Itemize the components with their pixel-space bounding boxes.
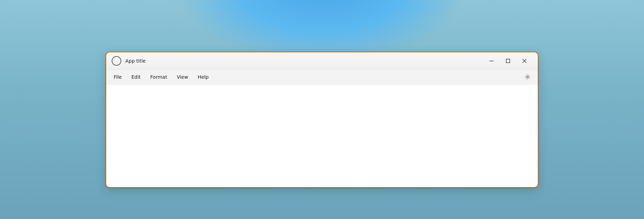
svg-rect-0 (490, 61, 494, 61)
minimize-icon (490, 59, 494, 63)
menu-item-format[interactable]: Format (146, 72, 172, 82)
window-controls (484, 55, 532, 66)
menu-item-file[interactable]: File (109, 72, 126, 82)
content-area (106, 85, 538, 187)
close-icon (522, 59, 527, 63)
menu-item-edit[interactable]: Edit (126, 72, 145, 82)
window-container: App title (106, 52, 538, 187)
minimize-button[interactable] (484, 55, 499, 66)
app-title: App title (125, 58, 484, 64)
maximize-icon (506, 59, 510, 63)
app-window: App title (106, 52, 538, 187)
menu-item-help[interactable]: Help (193, 72, 213, 82)
app-icon (112, 56, 121, 66)
menu-bar: File Edit Format View Help (106, 69, 538, 85)
settings-button[interactable] (521, 71, 534, 83)
gear-icon (524, 74, 531, 80)
svg-point-4 (527, 76, 528, 78)
title-bar: App title (106, 52, 538, 69)
menu-item-view[interactable]: View (172, 72, 193, 82)
close-button[interactable] (517, 55, 532, 66)
svg-rect-1 (506, 59, 510, 63)
maximize-button[interactable] (500, 55, 516, 66)
